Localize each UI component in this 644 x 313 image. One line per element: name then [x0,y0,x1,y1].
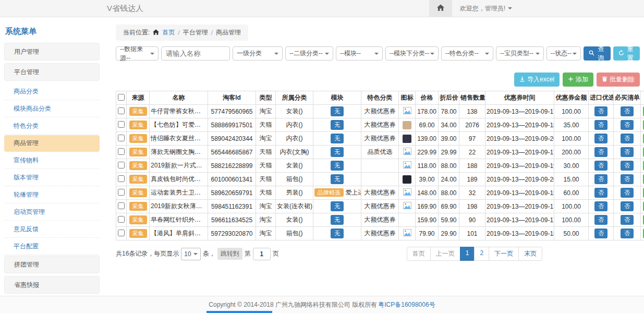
sidebar-item-省惠快报[interactable]: 省惠快报 [4,276,100,294]
import-select-toggle[interactable]: 否 [594,201,607,211]
breadcrumb-home-link[interactable]: 首页 [162,28,175,37]
page-button-1[interactable]: 1 [460,247,475,261]
table-row: 采集牛仔背带裤女秋装减龄...577479560965淘宝女装()无大额优惠券1… [116,105,644,118]
add-button[interactable]: 添加 [563,73,593,87]
import-excel-button[interactable]: 导入excel [514,73,560,87]
sidebar: 系统菜单 用户管理平台管理商品分类模块商品分类特色分类商品管理宣传物料版本管理轮… [4,21,100,313]
must-buy-toggle[interactable]: 否 [621,201,634,211]
sidebar-item-特色分类[interactable]: 特色分类 [4,118,100,135]
sidebar-item-启动页管理[interactable]: 启动页管理 [4,204,100,221]
taoke-id: 588869917501 [208,118,256,132]
sidebar-item-平台管理[interactable]: 平台管理 [4,63,100,81]
column-header [116,91,127,105]
jump-to-button[interactable]: 跳转到 [217,248,242,260]
must-buy-toggle[interactable]: 否 [621,147,634,156]
filter-fields: --数据来源--一级分类--二级分类----模块----模块下分类----特色分… [116,46,581,61]
module-badge: 无 [331,147,344,156]
source-badge: 采集 [129,148,147,156]
row-checkbox[interactable] [118,148,125,155]
sales-count: 97 [459,132,485,146]
source-cell: 采集 [127,213,150,227]
module-badge: 无 [331,215,344,224]
import-select-toggle[interactable]: 否 [594,106,607,116]
sidebar-item-轮播管理[interactable]: 轮播管理 [4,187,100,203]
import-select-toggle[interactable]: 否 [594,134,607,143]
source-badge: 采集 [129,121,147,129]
data-source-select[interactable]: --数据来源-- [116,46,159,61]
import-select-toggle[interactable]: 否 [594,120,607,129]
price: 178.00 [416,105,439,118]
name-input[interactable] [161,46,230,61]
must-buy-toggle[interactable]: 否 [621,120,634,129]
module-select[interactable]: --模块-- [336,46,383,61]
sidebar-item-拼团管理[interactable]: 拼团管理 [4,256,100,273]
row-checkbox[interactable] [118,175,125,182]
home-button[interactable] [429,0,452,17]
sidebar-item-意见反馈[interactable]: 意见反馈 [4,221,100,238]
sidebar-item-宣传物料[interactable]: 宣传物料 [4,152,100,169]
feature-category-select[interactable]: --特色分类-- [441,46,493,61]
status-select[interactable]: --状态-- [546,46,581,61]
page-button-下一页[interactable]: 下一页 [489,247,519,261]
import-select-toggle[interactable]: 否 [594,228,607,238]
must-buy-toggle[interactable]: 否 [621,174,634,184]
level1-category-select[interactable]: 一级分类 [233,46,283,61]
import-select-toggle[interactable]: 否 [594,147,607,156]
sidebar-item-平台配置[interactable]: 平台配置 [4,238,100,255]
select-all-checkbox[interactable] [118,94,125,101]
sidebar-item-模块商品分类[interactable]: 模块商品分类 [4,101,100,117]
must-buy-toggle[interactable]: 否 [621,106,634,116]
row-checkbox[interactable] [118,216,125,223]
sidebar-item-商品分类[interactable]: 商品分类 [4,83,100,100]
must-buy-toggle[interactable]: 否 [621,134,634,143]
must-buy-toggle[interactable]: 否 [621,161,634,170]
row-checkbox-cell [116,200,127,213]
row-checkbox[interactable] [118,202,125,209]
column-header: 来源 [127,91,150,105]
home-icon [153,29,159,37]
import-select-toggle[interactable]: 否 [594,161,607,170]
feature-category: 大额优惠券 [361,200,399,213]
feature-category: 大额优惠券 [361,118,399,132]
user-menu[interactable]: 欢迎您，管理员! [452,4,520,13]
import-select-toggle[interactable]: 否 [594,174,607,184]
row-checkbox[interactable] [118,107,125,114]
import-select-toggle[interactable]: 否 [594,188,607,197]
page-button-末页[interactable]: 末页 [518,247,542,261]
source-cell: 采集 [127,186,150,200]
must-buy-toggle[interactable]: 否 [621,188,634,197]
page-button-2[interactable]: 2 [474,247,489,261]
must-buy-toggle[interactable]: 否 [621,228,634,238]
product-category: 女装(连衣裙) [276,200,313,213]
module-cell: 无 [313,200,361,213]
sidebar-item-版本管理[interactable]: 版本管理 [4,170,100,186]
row-checkbox[interactable] [118,162,125,168]
breadcrumb: 当前位置: 首页 / 平台管理 / 商品管理 [116,25,248,41]
taoke-id: 598451162391 [208,200,256,213]
import-select-toggle[interactable]: 否 [594,215,607,224]
sidebar-item-用户管理[interactable]: 用户管理 [4,43,100,61]
sidebar-item-商品管理[interactable]: 商品管理 [4,135,100,152]
feature-category: 大额优惠券 [361,105,399,118]
must-buy-cell: 否 [614,159,641,173]
row-checkbox[interactable] [118,230,125,236]
topbar-right: 欢迎您，管理员! [429,0,520,17]
icp-link[interactable]: 粤ICP备16098006号 [378,300,435,309]
row-checkbox[interactable] [118,135,125,141]
row-checkbox[interactable] [118,121,125,128]
horizontal-scrollbar[interactable] [206,311,272,313]
reset-button[interactable]: 重置 [613,46,640,61]
batch-delete-button[interactable]: 批量删除 [597,73,640,87]
source-cell: 采集 [127,105,150,118]
item-type-select[interactable]: --宝贝类型-- [496,46,544,61]
query-button[interactable]: 查询 [584,46,611,61]
must-buy-toggle[interactable]: 否 [621,215,634,224]
sales-count: 101 [459,227,485,240]
jump-page-input[interactable] [253,248,271,260]
table-row: 采集【七色纺】可爱纯棉家...588869917501天猫内衣()无大额优惠券6… [116,118,644,132]
row-checkbox[interactable] [118,189,125,196]
module-subcategory-select[interactable]: --模块下分类-- [385,46,439,61]
per-page-select[interactable]: 10 [181,248,200,260]
level2-category-select[interactable]: --二级分类-- [285,46,333,61]
module-badge: 无 [331,161,344,170]
